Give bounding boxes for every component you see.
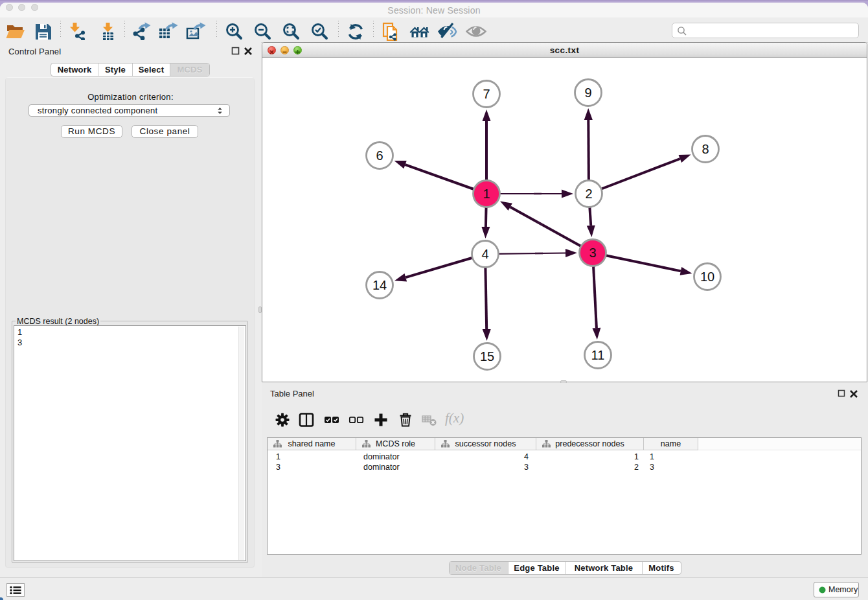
svg-text:6: 6 bbox=[376, 148, 383, 163]
svg-text:7: 7 bbox=[483, 87, 490, 101]
svg-text:4: 4 bbox=[481, 247, 488, 261]
svg-text:1: 1 bbox=[483, 187, 490, 201]
svg-text:8: 8 bbox=[702, 142, 709, 156]
svg-text:11: 11 bbox=[591, 348, 605, 362]
svg-text:15: 15 bbox=[480, 349, 494, 363]
svg-text:2: 2 bbox=[585, 187, 592, 201]
svg-text:14: 14 bbox=[372, 278, 387, 292]
svg-text:3: 3 bbox=[589, 246, 596, 260]
svg-text:9: 9 bbox=[584, 86, 591, 100]
svg-text:10: 10 bbox=[700, 270, 714, 284]
